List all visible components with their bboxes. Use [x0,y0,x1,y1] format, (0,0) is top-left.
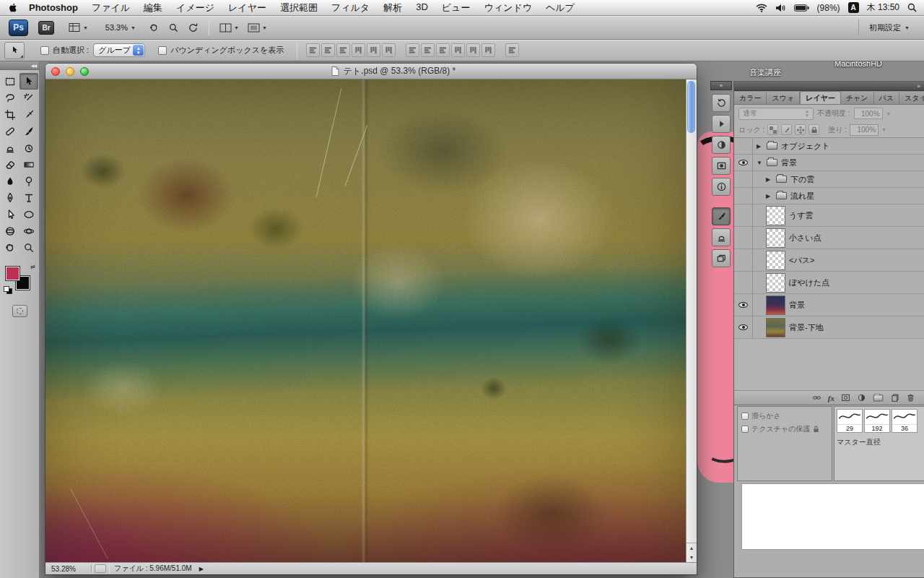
protect-texture-option[interactable]: テクスチャの保護 [741,423,828,436]
launch-bridge-button[interactable]: Br [38,21,54,35]
layer-thumbnail[interactable] [766,206,785,225]
apple-menu[interactable] [7,2,19,13]
layer-row-5[interactable]: うす雲 [734,204,924,227]
bounding-box-checkbox[interactable]: バウンディングボックスを表示 [158,45,284,56]
align-bottom-button[interactable] [336,43,350,57]
smoothing-option[interactable]: 滑らかさ [741,410,828,423]
layer-row-4[interactable]: ▶流れ星 [734,188,924,204]
distribute-right-button[interactable] [481,43,495,57]
brush-preset-2[interactable]: 192 [864,409,890,433]
caret-down-icon[interactable]: ▼ [881,127,886,132]
swap-colors-icon[interactable]: ⇄ [30,264,35,270]
layer-row-10[interactable]: 背景-下地 [734,316,924,339]
opacity-value-box[interactable]: 100% [854,108,883,119]
align-left-button[interactable] [352,43,365,57]
tool-pen[interactable] [1,189,19,206]
visibility-toggle[interactable] [734,155,753,171]
panel-icon-brushes[interactable] [712,207,731,225]
layer-row-3[interactable]: ▶下の雲 [734,171,924,188]
brush-preset-3[interactable]: 36 [892,409,918,433]
menu-item-4[interactable]: レイヤー [228,1,266,14]
menu-item-8[interactable]: 3D [416,1,428,14]
menu-item-3[interactable]: イメージ [176,1,214,14]
adjustment-layer-icon[interactable] [857,393,866,402]
layer-row-9[interactable]: 背景 [734,294,924,316]
align-horizontal-center-button[interactable] [367,43,380,57]
tool-path-selection[interactable] [1,206,19,223]
distribute-left-button[interactable] [451,43,465,57]
add-mask-icon[interactable] [841,393,850,402]
vertical-scrollbar[interactable]: ▲ ▼ [686,79,697,562]
layer-row-2[interactable]: ▼背景 [734,155,924,171]
auto-select-target-dropdown[interactable]: グループ ▲▼ [93,43,145,57]
minimize-button[interactable] [66,67,74,76]
panel-icon-masks[interactable] [712,157,731,175]
layer-row-7[interactable]: <パス> [734,249,924,272]
menu-item-1[interactable]: ファイル [92,1,130,14]
tool-3d-orbit[interactable] [19,223,38,239]
layer-style-icon[interactable]: fx [828,394,834,402]
tool-eyedropper[interactable] [19,106,38,123]
icon-dock-collapse-button[interactable]: » [710,81,732,90]
panel-tab-4[interactable]: チャン [841,92,874,104]
app-menu-title[interactable]: Photoshop [29,2,78,13]
visibility-toggle[interactable] [734,316,753,338]
status-menu-arrow[interactable]: ▶ [199,566,204,572]
panel-tab-3[interactable]: レイヤー [800,91,841,104]
disclosure-triangle[interactable]: ▶ [766,176,772,183]
visibility-toggle[interactable] [734,171,753,187]
panel-tab-6[interactable]: スタイ [899,92,924,104]
lock-position-button[interactable] [795,124,806,135]
align-top-button[interactable] [306,43,320,57]
tool-brush[interactable] [19,123,38,139]
visibility-toggle[interactable] [734,294,753,316]
rotate-view-button[interactable] [183,20,203,35]
link-layers-icon[interactable] [812,393,821,402]
auto-select-checkbox[interactable]: 自動選択 : [40,45,89,56]
tool-shape[interactable] [19,206,38,223]
layer-thumbnail[interactable] [766,318,785,337]
input-method-indicator[interactable]: A [848,2,859,13]
menu-item-6[interactable]: フィルタ [331,1,370,14]
fill-value-box[interactable]: 100% [850,124,879,136]
canvas[interactable] [45,79,686,562]
panel-icon-layer-comps[interactable] [712,249,731,267]
panel-icon-clone-source[interactable] [712,228,731,246]
visibility-toggle[interactable] [734,272,753,293]
distribute-horizontal-center-button[interactable] [466,43,480,57]
disclosure-triangle[interactable]: ▶ [766,193,772,199]
auto-align-button[interactable] [505,43,519,57]
visibility-toggle[interactable] [734,227,753,249]
scroll-down-button[interactable]: ▼ [687,553,697,562]
tool-rectangular-marquee[interactable] [1,73,19,90]
align-vertical-center-button[interactable] [321,43,335,57]
close-button[interactable] [51,67,60,76]
layer-row-1[interactable]: ▶オブジェクト [734,138,924,155]
zoom-tool-button[interactable] [164,20,183,35]
disclosure-triangle[interactable]: ▼ [757,160,763,166]
tool-3d-rotate[interactable] [1,223,19,239]
tool-crop[interactable] [1,106,19,123]
menu-bar-clock[interactable]: 木 13:50 [867,1,899,14]
menu-item-5[interactable]: 選択範囲 [280,1,318,14]
visibility-toggle[interactable] [734,138,753,154]
tool-hand[interactable] [1,239,19,256]
tool-gradient[interactable] [19,156,38,173]
menu-item-10[interactable]: ウィンドウ [484,1,532,14]
menu-item-9[interactable]: ビュー [442,1,471,14]
panel-tab-2[interactable]: スウォ [767,92,800,104]
status-options-button[interactable] [95,564,106,573]
align-right-button[interactable] [382,43,396,57]
tool-eraser[interactable] [1,156,19,173]
distribute-bottom-button[interactable] [436,43,450,57]
new-layer-icon[interactable] [890,393,899,402]
panel-icon-actions[interactable] [712,115,731,133]
panel-icon-info[interactable] [712,178,731,196]
blend-mode-dropdown[interactable]: 通常 ▲▼ [738,108,814,120]
lock-all-button[interactable] [808,124,819,135]
visibility-toggle[interactable] [734,188,753,204]
distribute-top-button[interactable] [406,43,419,57]
layer-thumbnail[interactable] [766,296,785,315]
tool-type[interactable] [19,189,38,206]
scrollbar-thumb[interactable] [687,81,695,133]
